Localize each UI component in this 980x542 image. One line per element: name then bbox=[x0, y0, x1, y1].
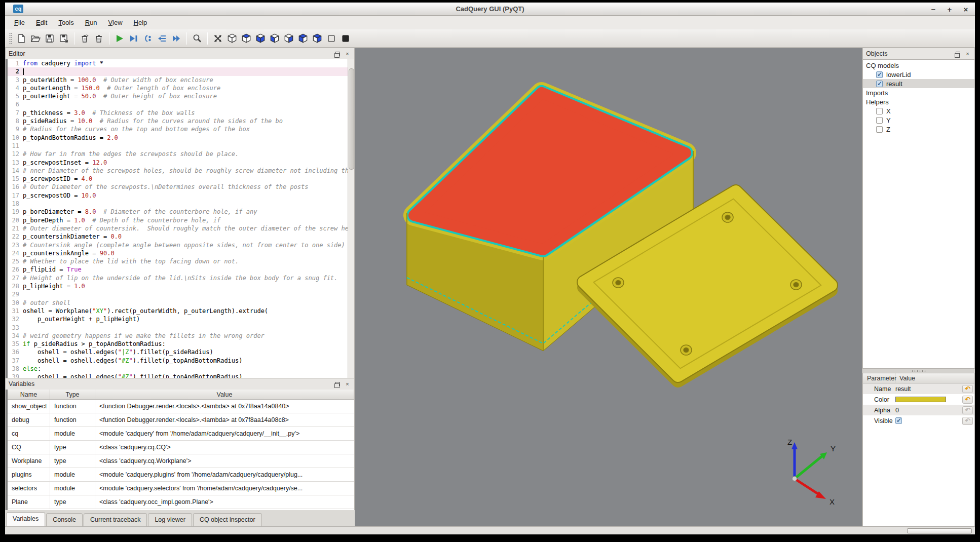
delete-all-button[interactable] bbox=[92, 31, 106, 46]
tab-log-viewer[interactable]: Log viewer bbox=[148, 513, 192, 526]
menu-tools[interactable]: Tools bbox=[53, 17, 79, 28]
code-line-15[interactable]: 15p_screwpostID = 4.0 bbox=[8, 175, 354, 183]
variable-row-cq[interactable]: cqmodule<module 'cadquery' from '/home/a… bbox=[8, 427, 354, 441]
tab-current-traceback[interactable]: Current traceback bbox=[84, 513, 147, 526]
variables-header-row[interactable]: NameTypeValue bbox=[8, 390, 354, 400]
view-right-button[interactable] bbox=[310, 31, 324, 46]
zoom-search-button[interactable] bbox=[190, 31, 204, 46]
tree-item-lowerlid[interactable]: lowerLid bbox=[863, 70, 974, 79]
code-line-2[interactable]: 2 bbox=[8, 67, 354, 75]
visible-checkbox[interactable] bbox=[895, 417, 902, 424]
variable-row-Plane[interactable]: Planetype<class 'cadquery.occ_impl.geom.… bbox=[8, 495, 354, 509]
editor-scrollbar-thumb[interactable] bbox=[349, 68, 354, 170]
menu-run[interactable]: Run bbox=[80, 17, 102, 28]
code-line-23[interactable]: 23# Countersink angle (complete angle be… bbox=[8, 241, 354, 249]
color-swatch[interactable] bbox=[895, 397, 946, 402]
editor-float-icon[interactable] bbox=[334, 50, 342, 57]
param-row-visible[interactable]: Visible↶ bbox=[863, 415, 974, 426]
menu-edit[interactable]: Edit bbox=[31, 17, 52, 28]
code-line-9[interactable]: 9# Radius for the curves on the top and … bbox=[8, 125, 354, 133]
tree-item-cq-models[interactable]: CQ models bbox=[863, 61, 974, 70]
code-line-3[interactable]: 3p_outerWidth = 100.0 # Outer width of b… bbox=[8, 76, 354, 84]
param-col-header[interactable]: Parameter bbox=[863, 373, 895, 383]
undo-icon[interactable]: ↶ bbox=[962, 417, 973, 425]
view-left-button[interactable] bbox=[296, 31, 310, 46]
close-button[interactable]: × bbox=[962, 5, 970, 14]
tree-item-helpers[interactable]: Helpers bbox=[863, 97, 974, 106]
variable-row-selectors[interactable]: selectorsmodule<module 'cadquery.selecto… bbox=[8, 482, 354, 495]
variable-row-plugins[interactable]: pluginsmodule<module 'cadquery.plugins' … bbox=[8, 468, 354, 482]
delete-render-button[interactable] bbox=[78, 31, 92, 46]
code-editor[interactable]: 1from cadquery import *23p_outerWidth = … bbox=[6, 59, 354, 378]
code-line-29[interactable]: 29 bbox=[8, 290, 354, 298]
undo-icon[interactable]: ↶ bbox=[962, 396, 973, 404]
tree-item-y[interactable]: Y bbox=[863, 115, 974, 125]
code-line-26[interactable]: 26p_flipLid = True bbox=[8, 265, 354, 274]
continue-button[interactable] bbox=[169, 31, 183, 46]
code-line-37[interactable]: 37 oshell = oshell.edges("#Z").fillet(p_… bbox=[8, 357, 354, 365]
value-col-header[interactable]: Value bbox=[895, 373, 915, 383]
3d-viewport[interactable]: Z Y X bbox=[355, 48, 862, 526]
new-file-button[interactable] bbox=[14, 31, 28, 46]
code-line-28[interactable]: 28p_lipHeight = 1.0 bbox=[8, 282, 354, 290]
tree-item-imports[interactable]: Imports bbox=[863, 88, 974, 97]
code-line-36[interactable]: 36 oshell = oshell.edges("|Z").fillet(p_… bbox=[8, 348, 354, 356]
editor-close-icon[interactable]: × bbox=[344, 50, 351, 57]
save-as-button[interactable] bbox=[57, 31, 71, 46]
code-line-30[interactable]: 30# outer shell bbox=[8, 299, 354, 307]
objects-float-icon[interactable] bbox=[954, 50, 962, 57]
tab-variables[interactable]: Variables bbox=[6, 512, 45, 526]
checkbox-y[interactable] bbox=[876, 117, 883, 124]
view-top-button[interactable] bbox=[239, 31, 253, 46]
code-line-1[interactable]: 1from cadquery import * bbox=[8, 59, 354, 67]
param-row-alpha[interactable]: Alpha0↶ bbox=[863, 405, 974, 415]
minimize-button[interactable]: − bbox=[929, 5, 937, 14]
variable-row-debug[interactable]: debugfunction<function Debugger.render.<… bbox=[8, 413, 354, 427]
checkbox-z[interactable] bbox=[876, 126, 883, 133]
variables-close-icon[interactable]: × bbox=[344, 380, 351, 388]
code-line-18[interactable]: 18 bbox=[8, 200, 354, 208]
code-line-6[interactable]: 6 bbox=[8, 100, 354, 108]
panel-splitter[interactable] bbox=[862, 369, 975, 373]
code-line-25[interactable]: 25# Whether to place the lid with the to… bbox=[8, 257, 354, 265]
code-line-31[interactable]: 31oshell = Workplane("XY").rect(p_outerW… bbox=[8, 307, 354, 315]
variable-row-show_object[interactable]: show_objectfunction<function Debugger.re… bbox=[8, 400, 354, 413]
undo-icon[interactable]: ↶ bbox=[962, 385, 973, 393]
undo-icon[interactable]: ↶ bbox=[962, 406, 973, 414]
code-line-27[interactable]: 27# Height of lip on the underside of th… bbox=[8, 274, 354, 282]
code-line-11[interactable]: 11 bbox=[8, 142, 354, 150]
code-line-14[interactable]: 14# nner Diameter of the screwpost holes… bbox=[8, 167, 354, 175]
variables-float-icon[interactable] bbox=[334, 380, 342, 388]
code-line-12[interactable]: 12# How far in from the edges the screwp… bbox=[8, 150, 354, 158]
tree-item-x[interactable]: X bbox=[863, 106, 974, 115]
status-scrollbar[interactable] bbox=[907, 528, 972, 533]
code-line-10[interactable]: 10p_topAndBottomRadius = 2.0 bbox=[8, 134, 354, 142]
run-script-button[interactable] bbox=[112, 31, 127, 46]
maximize-button[interactable]: + bbox=[946, 5, 954, 14]
code-line-33[interactable]: 33 bbox=[8, 324, 354, 332]
code-line-16[interactable]: 16# Outer Diameter of the screwposts.\nD… bbox=[8, 183, 354, 191]
code-line-19[interactable]: 19p_boreDiameter = 8.0 # Diameter of the… bbox=[8, 208, 354, 216]
wireframe-mode-button[interactable] bbox=[324, 31, 338, 46]
menu-file[interactable]: File bbox=[9, 17, 30, 28]
param-row-color[interactable]: Color↶ bbox=[863, 394, 974, 405]
code-line-21[interactable]: 21# Outer diameter of countersink. Shoul… bbox=[8, 224, 354, 233]
view-front-button[interactable] bbox=[268, 31, 282, 46]
code-line-38[interactable]: 38else: bbox=[8, 365, 354, 373]
step-list-button[interactable] bbox=[155, 31, 169, 46]
save-button[interactable] bbox=[43, 31, 57, 46]
menu-help[interactable]: Help bbox=[129, 17, 153, 28]
code-line-13[interactable]: 13p_screwpostInset = 12.0 bbox=[8, 159, 354, 167]
code-line-39[interactable]: 39 oshell = oshell.edges("#Z").fillet(p_… bbox=[8, 373, 354, 378]
tab-console[interactable]: Console bbox=[46, 513, 83, 526]
code-line-8[interactable]: 8p_sideRadius = 10.0 # Radius for the cu… bbox=[8, 117, 354, 125]
view-iso-button[interactable] bbox=[225, 31, 239, 46]
checkbox-result[interactable] bbox=[876, 81, 883, 87]
view-back-button[interactable] bbox=[282, 31, 296, 46]
tree-item-result[interactable]: result bbox=[863, 79, 974, 88]
menu-view[interactable]: View bbox=[103, 17, 128, 28]
shaded-mode-button[interactable] bbox=[338, 31, 353, 46]
variable-row-Workplane[interactable]: Workplanetype<class 'cadquery.cq.Workpla… bbox=[8, 454, 354, 468]
code-line-7[interactable]: 7p_thickness = 3.0 # Thickness of the bo… bbox=[8, 109, 354, 117]
code-line-17[interactable]: 17p_screwpostOD = 10.0 bbox=[8, 191, 354, 200]
